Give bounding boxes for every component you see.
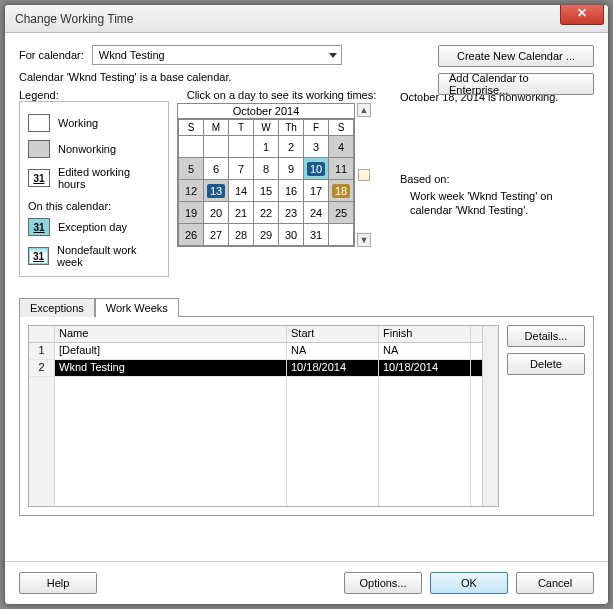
legend-nondefault-ww: 31 Nondefault work week	[28, 244, 160, 268]
cell-name: Wknd Testing	[55, 360, 287, 376]
calendar-day[interactable]: 12	[179, 180, 204, 202]
calendar-day[interactable]: 24	[304, 202, 329, 224]
info-area: October 18, 2014 is nonworking. Based on…	[394, 89, 594, 277]
grid-empty-area	[29, 377, 482, 506]
calendar-day[interactable]: 10	[304, 158, 329, 180]
calendar-day[interactable]: 15	[254, 180, 279, 202]
calendar-wrap: October 2014 SMTWThFS 123456789101112131…	[177, 103, 386, 247]
calendar-dow: S	[179, 120, 204, 136]
legend-col: Legend: Working Nonworking 31	[19, 89, 169, 277]
add-calendar-enterprise-button[interactable]: Add Calendar to Enterprise...	[438, 73, 594, 95]
close-button[interactable]: ✕	[560, 5, 604, 25]
legend-box: Working Nonworking 31 Edited working hou…	[19, 101, 169, 277]
ok-button[interactable]: OK	[430, 572, 508, 594]
calendar-day[interactable]: 7	[229, 158, 254, 180]
calendar-day[interactable]: 27	[204, 224, 229, 246]
calendar-dow: W	[254, 120, 279, 136]
calendar-day[interactable]: 30	[279, 224, 304, 246]
calendar-day	[179, 136, 204, 158]
calendar-dow: T	[229, 120, 254, 136]
cell-rownum: 1	[29, 343, 55, 359]
calendar-day[interactable]: 8	[254, 158, 279, 180]
calendar-day[interactable]: 26	[179, 224, 204, 246]
calendar-day[interactable]: 18	[329, 180, 354, 202]
col-rownum	[29, 326, 55, 342]
calendar-day[interactable]: 23	[279, 202, 304, 224]
calendar-day[interactable]: 11	[329, 158, 354, 180]
calendar-day	[204, 136, 229, 158]
top-right-buttons: Create New Calendar ... Add Calendar to …	[438, 45, 594, 95]
titlebar: Change Working Time ✕	[5, 5, 608, 33]
calendar-day[interactable]: 17	[304, 180, 329, 202]
calendar-dow: F	[304, 120, 329, 136]
calendar-day[interactable]: 22	[254, 202, 279, 224]
dialog-content: For calendar: Wknd Testing Create New Ca…	[5, 33, 608, 561]
details-button[interactable]: Details...	[507, 325, 585, 347]
click-day-label: Click on a day to see its working times:	[177, 89, 386, 101]
mid-section: Legend: Working Nonworking 31	[19, 89, 594, 277]
tab-work-weeks[interactable]: Work Weeks	[95, 298, 179, 317]
calendar-day[interactable]: 1	[254, 136, 279, 158]
calendar-day[interactable]: 28	[229, 224, 254, 246]
work-weeks-grid[interactable]: Name Start Finish 1[Default]NANA2Wknd Te…	[28, 325, 499, 507]
col-start: Start	[287, 326, 379, 342]
chevron-down-icon	[329, 53, 337, 58]
calendar-day[interactable]: 14	[229, 180, 254, 202]
table-row[interactable]: 1[Default]NANA	[29, 343, 482, 360]
cell-rownum: 2	[29, 360, 55, 376]
calendar-day[interactable]: 2	[279, 136, 304, 158]
calendar-day[interactable]: 5	[179, 158, 204, 180]
tab-row: Exceptions Work Weeks	[19, 297, 594, 316]
calendar-day[interactable]: 13	[204, 180, 229, 202]
legend-exception-day: 31 Exception day	[28, 218, 160, 236]
working-swatch-icon	[28, 114, 50, 132]
legend-edited: 31 Edited working hours	[28, 166, 160, 190]
options-button[interactable]: Options...	[344, 572, 422, 594]
calendar-day[interactable]: 19	[179, 202, 204, 224]
calendar-day[interactable]: 9	[279, 158, 304, 180]
calendar-dropdown[interactable]: Wknd Testing	[92, 45, 342, 65]
legend-nonworking: Nonworking	[28, 140, 160, 158]
calendar-day[interactable]: 3	[304, 136, 329, 158]
grid-side-buttons: Details... Delete	[507, 325, 585, 507]
cell-start: NA	[287, 343, 379, 359]
calendar-dow: Th	[279, 120, 304, 136]
calendar-day[interactable]: 21	[229, 202, 254, 224]
grid-scrollbar[interactable]	[482, 326, 498, 506]
calendar-day[interactable]: 6	[204, 158, 229, 180]
calendar-day[interactable]: 4	[329, 136, 354, 158]
grid-rows: 1[Default]NANA2Wknd Testing10/18/201410/…	[29, 343, 482, 377]
calendar-day[interactable]: 25	[329, 202, 354, 224]
legend-working: Working	[28, 114, 160, 132]
calendar-scroll-down[interactable]: ▼	[357, 233, 371, 247]
on-this-calendar-heading: On this calendar:	[28, 200, 160, 212]
col-finish: Finish	[379, 326, 471, 342]
calendar-day[interactable]: 31	[304, 224, 329, 246]
col-name: Name	[55, 326, 287, 342]
help-button[interactable]: Help	[19, 572, 97, 594]
tab-exceptions[interactable]: Exceptions	[19, 298, 95, 317]
calendar-day[interactable]: 29	[254, 224, 279, 246]
calendar-dow: M	[204, 120, 229, 136]
table-row[interactable]: 2Wknd Testing10/18/201410/18/2014	[29, 360, 482, 377]
tabs-area: Exceptions Work Weeks Name Start Finish	[19, 297, 594, 516]
legend-heading: Legend:	[19, 89, 169, 101]
calendar-day[interactable]: 20	[204, 202, 229, 224]
delete-button[interactable]: Delete	[507, 353, 585, 375]
calendar: October 2014 SMTWThFS 123456789101112131…	[177, 103, 355, 247]
window-title: Change Working Time	[15, 12, 134, 26]
based-on-detail: Work week 'Wknd Testing' on calendar 'Wk…	[410, 189, 594, 218]
dialog-change-working-time: Change Working Time ✕ For calendar: Wknd…	[4, 4, 609, 605]
grid-header: Name Start Finish	[29, 326, 482, 343]
based-on-label: Based on:	[400, 173, 594, 185]
calendar-day[interactable]: 16	[279, 180, 304, 202]
close-icon: ✕	[577, 6, 587, 20]
cancel-button[interactable]: Cancel	[516, 572, 594, 594]
calendar-area: Click on a day to see its working times:…	[177, 89, 386, 277]
calendar-scroll-up[interactable]: ▲	[357, 103, 371, 117]
edited-swatch-icon: 31	[28, 169, 50, 187]
calendar-month-label: October 2014	[178, 104, 354, 119]
legend-items: Working Nonworking 31 Edited working hou…	[28, 114, 160, 190]
cell-start: 10/18/2014	[287, 360, 379, 376]
create-new-calendar-button[interactable]: Create New Calendar ...	[438, 45, 594, 67]
